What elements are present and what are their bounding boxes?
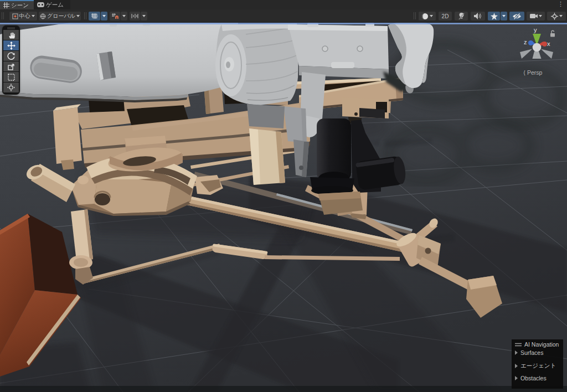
svg-text:z: z — [524, 39, 527, 45]
svg-text:y: y — [534, 27, 537, 33]
svg-text:⟨ Persp: ⟨ Persp — [523, 69, 543, 76]
svg-text:x: x — [547, 40, 550, 47]
